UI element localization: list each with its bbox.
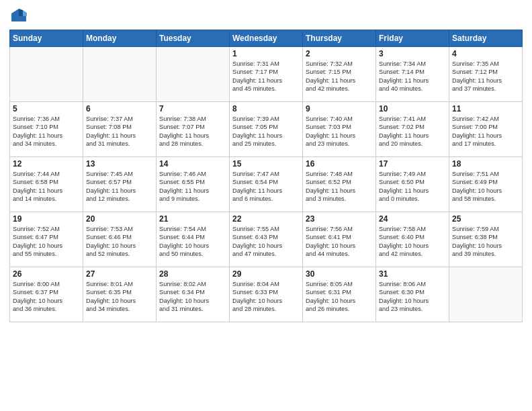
calendar-cell: 8Sunrise: 7:39 AMSunset: 7:05 PMDaylight… <box>230 102 303 157</box>
calendar-cell: 9Sunrise: 7:40 AMSunset: 7:03 PMDaylight… <box>303 102 376 157</box>
day-info: Sunrise: 7:35 AMSunset: 7:12 PMDaylight:… <box>452 60 519 93</box>
calendar-cell: 30Sunrise: 8:05 AMSunset: 6:31 PMDayligh… <box>303 267 376 322</box>
day-info: Sunrise: 7:31 AMSunset: 7:17 PMDaylight:… <box>232 60 300 93</box>
day-number: 22 <box>232 214 300 224</box>
day-info: Sunrise: 7:48 AMSunset: 6:52 PMDaylight:… <box>306 170 373 203</box>
day-number: 29 <box>232 269 300 279</box>
calendar-cell <box>10 47 83 102</box>
day-info: Sunrise: 7:53 AMSunset: 6:46 PMDaylight:… <box>86 225 153 259</box>
day-info: Sunrise: 7:37 AMSunset: 7:08 PMDaylight:… <box>86 115 153 148</box>
calendar-cell: 6Sunrise: 7:37 AMSunset: 7:08 PMDaylight… <box>83 102 157 157</box>
weekday-header-friday: Friday <box>376 30 449 47</box>
calendar-cell: 11Sunrise: 7:42 AMSunset: 7:00 PMDayligh… <box>449 102 523 157</box>
day-number: 23 <box>306 214 373 224</box>
day-info: Sunrise: 7:38 AMSunset: 7:07 PMDaylight:… <box>159 115 226 148</box>
day-info: Sunrise: 7:55 AMSunset: 6:43 PMDaylight:… <box>232 225 300 259</box>
day-number: 8 <box>232 104 300 113</box>
day-number: 31 <box>379 269 446 279</box>
weekday-header-thursday: Thursday <box>303 30 376 47</box>
day-info: Sunrise: 7:58 AMSunset: 6:40 PMDaylight:… <box>379 225 446 259</box>
calendar-cell: 29Sunrise: 8:04 AMSunset: 6:33 PMDayligh… <box>230 267 303 322</box>
weekday-header-wednesday: Wednesday <box>230 30 303 47</box>
day-info: Sunrise: 7:59 AMSunset: 6:38 PMDaylight:… <box>452 225 519 259</box>
weekday-header-saturday: Saturday <box>449 30 523 47</box>
day-number: 19 <box>13 214 80 224</box>
calendar-cell: 22Sunrise: 7:55 AMSunset: 6:43 PMDayligh… <box>230 212 303 267</box>
day-number: 1 <box>232 49 300 58</box>
calendar-table: SundayMondayTuesdayWednesdayThursdayFrid… <box>9 30 523 322</box>
day-number: 20 <box>86 214 153 224</box>
header <box>9 7 523 26</box>
day-number: 4 <box>452 49 519 58</box>
calendar-cell: 18Sunrise: 7:51 AMSunset: 6:49 PMDayligh… <box>449 157 523 212</box>
calendar-cell: 25Sunrise: 7:59 AMSunset: 6:38 PMDayligh… <box>449 212 523 267</box>
day-number: 12 <box>13 159 80 169</box>
calendar-cell <box>157 47 230 102</box>
day-info: Sunrise: 8:00 AMSunset: 6:37 PMDaylight:… <box>13 280 80 314</box>
calendar-cell: 16Sunrise: 7:48 AMSunset: 6:52 PMDayligh… <box>303 157 376 212</box>
day-info: Sunrise: 7:52 AMSunset: 6:47 PMDaylight:… <box>13 225 80 259</box>
day-info: Sunrise: 7:54 AMSunset: 6:44 PMDaylight:… <box>159 225 226 259</box>
calendar-cell: 24Sunrise: 7:58 AMSunset: 6:40 PMDayligh… <box>376 212 449 267</box>
day-number: 13 <box>86 159 153 169</box>
day-number: 2 <box>306 49 373 58</box>
day-info: Sunrise: 7:46 AMSunset: 6:55 PMDaylight:… <box>159 170 226 203</box>
day-info: Sunrise: 7:42 AMSunset: 7:00 PMDaylight:… <box>452 115 519 148</box>
week-row-2: 12Sunrise: 7:44 AMSunset: 6:58 PMDayligh… <box>10 157 523 212</box>
day-number: 6 <box>86 104 153 113</box>
calendar-cell: 7Sunrise: 7:38 AMSunset: 7:07 PMDaylight… <box>157 102 230 157</box>
calendar-cell: 10Sunrise: 7:41 AMSunset: 7:02 PMDayligh… <box>376 102 449 157</box>
day-info: Sunrise: 7:40 AMSunset: 7:03 PMDaylight:… <box>306 115 373 148</box>
day-number: 25 <box>452 214 519 224</box>
day-info: Sunrise: 8:01 AMSunset: 6:35 PMDaylight:… <box>86 280 153 314</box>
calendar-cell: 14Sunrise: 7:46 AMSunset: 6:55 PMDayligh… <box>157 157 230 212</box>
week-row-4: 26Sunrise: 8:00 AMSunset: 6:37 PMDayligh… <box>10 267 523 322</box>
day-number: 26 <box>13 269 80 279</box>
svg-marker-2 <box>19 9 23 16</box>
calendar-cell: 12Sunrise: 7:44 AMSunset: 6:58 PMDayligh… <box>10 157 83 212</box>
svg-marker-1 <box>23 10 27 16</box>
day-info: Sunrise: 8:02 AMSunset: 6:34 PMDaylight:… <box>159 280 226 314</box>
calendar-cell: 5Sunrise: 7:36 AMSunset: 7:10 PMDaylight… <box>10 102 83 157</box>
day-info: Sunrise: 7:45 AMSunset: 6:57 PMDaylight:… <box>86 170 153 203</box>
calendar-cell: 4Sunrise: 7:35 AMSunset: 7:12 PMDaylight… <box>449 47 523 102</box>
day-info: Sunrise: 7:49 AMSunset: 6:50 PMDaylight:… <box>379 170 446 203</box>
day-info: Sunrise: 7:51 AMSunset: 6:49 PMDaylight:… <box>452 170 519 203</box>
day-number: 17 <box>379 159 446 169</box>
day-info: Sunrise: 7:47 AMSunset: 6:54 PMDaylight:… <box>232 170 300 203</box>
day-number: 3 <box>379 49 446 58</box>
calendar-cell: 15Sunrise: 7:47 AMSunset: 6:54 PMDayligh… <box>230 157 303 212</box>
weekday-header-sunday: Sunday <box>10 30 83 47</box>
day-number: 27 <box>86 269 153 279</box>
calendar-cell: 20Sunrise: 7:53 AMSunset: 6:46 PMDayligh… <box>83 212 157 267</box>
weekday-header-row: SundayMondayTuesdayWednesdayThursdayFrid… <box>10 30 523 47</box>
calendar-cell: 27Sunrise: 8:01 AMSunset: 6:35 PMDayligh… <box>83 267 157 322</box>
page-container: SundayMondayTuesdayWednesdayThursdayFrid… <box>0 0 532 329</box>
day-info: Sunrise: 8:05 AMSunset: 6:31 PMDaylight:… <box>306 280 373 314</box>
day-info: Sunrise: 8:06 AMSunset: 6:30 PMDaylight:… <box>379 280 446 314</box>
week-row-1: 5Sunrise: 7:36 AMSunset: 7:10 PMDaylight… <box>10 102 523 157</box>
calendar-cell <box>83 47 157 102</box>
day-number: 15 <box>232 159 300 169</box>
day-number: 9 <box>306 104 373 113</box>
day-info: Sunrise: 7:32 AMSunset: 7:15 PMDaylight:… <box>306 60 373 93</box>
day-info: Sunrise: 7:39 AMSunset: 7:05 PMDaylight:… <box>232 115 300 148</box>
weekday-header-tuesday: Tuesday <box>157 30 230 47</box>
calendar-cell: 31Sunrise: 8:06 AMSunset: 6:30 PMDayligh… <box>376 267 449 322</box>
week-row-3: 19Sunrise: 7:52 AMSunset: 6:47 PMDayligh… <box>10 212 523 267</box>
day-number: 28 <box>159 269 226 279</box>
day-number: 30 <box>306 269 373 279</box>
calendar-cell: 13Sunrise: 7:45 AMSunset: 6:57 PMDayligh… <box>83 157 157 212</box>
day-info: Sunrise: 7:41 AMSunset: 7:02 PMDaylight:… <box>379 115 446 148</box>
day-number: 18 <box>452 159 519 169</box>
day-number: 14 <box>159 159 226 169</box>
logo <box>9 7 30 26</box>
day-number: 10 <box>379 104 446 113</box>
calendar-cell: 2Sunrise: 7:32 AMSunset: 7:15 PMDaylight… <box>303 47 376 102</box>
calendar-cell: 3Sunrise: 7:34 AMSunset: 7:14 PMDaylight… <box>376 47 449 102</box>
week-row-0: 1Sunrise: 7:31 AMSunset: 7:17 PMDaylight… <box>10 47 523 102</box>
calendar-cell: 17Sunrise: 7:49 AMSunset: 6:50 PMDayligh… <box>376 157 449 212</box>
day-number: 16 <box>306 159 373 169</box>
day-number: 7 <box>159 104 226 113</box>
day-info: Sunrise: 7:36 AMSunset: 7:10 PMDaylight:… <box>13 115 80 148</box>
